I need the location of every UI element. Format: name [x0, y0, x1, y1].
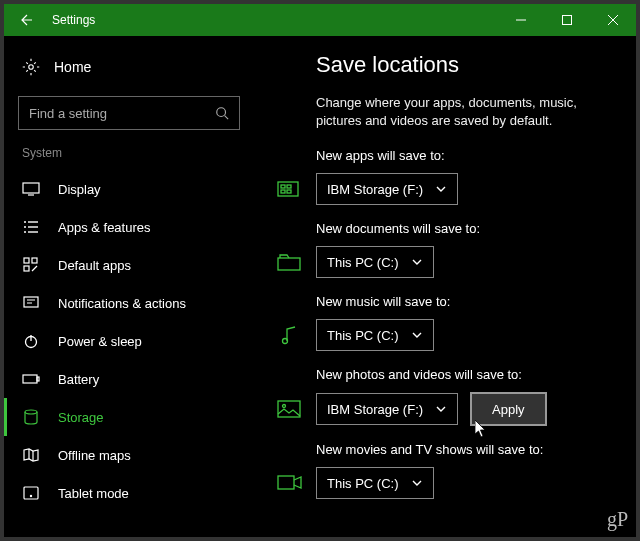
- battery-icon: [22, 370, 40, 388]
- map-icon: [22, 446, 40, 464]
- svg-rect-15: [24, 258, 29, 263]
- svg-rect-23: [37, 377, 39, 381]
- sidebar-item-apps[interactable]: Apps & features: [4, 208, 254, 246]
- svg-point-4: [29, 65, 34, 70]
- storage-icon: [22, 408, 40, 426]
- svg-rect-33: [287, 190, 291, 193]
- home-label: Home: [54, 59, 91, 75]
- gear-icon: [22, 58, 40, 76]
- sidebar-item-label: Power & sleep: [58, 334, 142, 349]
- chevron-down-icon: [435, 403, 447, 415]
- sidebar-item-label: Notifications & actions: [58, 296, 186, 311]
- svg-rect-30: [281, 185, 285, 188]
- setting-documents: New documents will save to: This PC (C:): [316, 221, 608, 278]
- sidebar-item-default-apps[interactable]: Default apps: [4, 246, 254, 284]
- sidebar-item-label: Default apps: [58, 258, 131, 273]
- setting-movies: New movies and TV shows will save to: Th…: [316, 442, 608, 499]
- power-icon: [22, 332, 40, 350]
- back-arrow-icon: [18, 12, 34, 28]
- window-title: Settings: [52, 13, 95, 27]
- page-description: Change where your apps, documents, music…: [316, 94, 608, 130]
- svg-rect-1: [563, 16, 572, 25]
- chevron-down-icon: [411, 329, 423, 341]
- search-icon: [215, 106, 229, 120]
- back-button[interactable]: [4, 4, 48, 36]
- photos-drive-icon: [276, 398, 304, 420]
- sidebar-item-display[interactable]: Display: [4, 170, 254, 208]
- sidebar: Home Find a setting System Display Apps …: [4, 36, 254, 537]
- music-drive-icon: [276, 324, 304, 346]
- movies-drive-icon: [276, 472, 304, 494]
- setting-label: New music will save to:: [316, 294, 608, 309]
- maximize-button[interactable]: [544, 4, 590, 36]
- dropdown-value: This PC (C:): [327, 476, 399, 491]
- sidebar-item-label: Offline maps: [58, 448, 131, 463]
- svg-rect-34: [278, 258, 300, 270]
- svg-point-37: [283, 405, 286, 408]
- svg-line-6: [225, 116, 229, 120]
- svg-point-24: [25, 410, 37, 414]
- svg-rect-16: [32, 258, 37, 263]
- svg-point-5: [217, 108, 226, 117]
- svg-line-18: [32, 266, 37, 271]
- display-icon: [22, 180, 40, 198]
- svg-rect-31: [287, 185, 291, 188]
- apply-label: Apply: [492, 402, 525, 417]
- sidebar-item-power[interactable]: Power & sleep: [4, 322, 254, 360]
- section-label: System: [4, 146, 254, 170]
- svg-rect-29: [278, 182, 298, 196]
- setting-label: New movies and TV shows will save to:: [316, 442, 608, 457]
- apply-button[interactable]: Apply: [470, 392, 547, 426]
- list-icon: [22, 218, 40, 236]
- sidebar-item-label: Battery: [58, 372, 99, 387]
- setting-label: New documents will save to:: [316, 221, 608, 236]
- sidebar-item-storage[interactable]: Storage: [4, 398, 254, 436]
- svg-rect-22: [23, 375, 37, 383]
- apps-location-dropdown[interactable]: IBM Storage (F:): [316, 173, 458, 205]
- setting-label: New photos and videos will save to:: [316, 367, 608, 382]
- sidebar-item-label: Display: [58, 182, 101, 197]
- apps-drive-icon: [276, 178, 304, 200]
- sidebar-item-tablet-mode[interactable]: Tablet mode: [4, 474, 254, 512]
- photos-location-dropdown[interactable]: IBM Storage (F:): [316, 393, 458, 425]
- setting-apps: New apps will save to: IBM Storage (F:): [316, 148, 608, 205]
- close-button[interactable]: [590, 4, 636, 36]
- dropdown-value: IBM Storage (F:): [327, 402, 423, 417]
- search-input[interactable]: Find a setting: [18, 96, 240, 130]
- dropdown-value: This PC (C:): [327, 328, 399, 343]
- svg-rect-19: [24, 297, 38, 307]
- setting-music: New music will save to: This PC (C:): [316, 294, 608, 351]
- minimize-button[interactable]: [498, 4, 544, 36]
- sidebar-item-battery[interactable]: Battery: [4, 360, 254, 398]
- documents-location-dropdown[interactable]: This PC (C:): [316, 246, 434, 278]
- svg-rect-32: [281, 190, 285, 193]
- watermark: gP: [607, 508, 628, 531]
- svg-rect-38: [278, 476, 294, 489]
- page-title: Save locations: [316, 52, 608, 78]
- setting-label: New apps will save to:: [316, 148, 608, 163]
- sidebar-item-label: Apps & features: [58, 220, 151, 235]
- chevron-down-icon: [435, 183, 447, 195]
- window-controls: [498, 4, 636, 36]
- sidebar-item-notifications[interactable]: Notifications & actions: [4, 284, 254, 322]
- dropdown-value: This PC (C:): [327, 255, 399, 270]
- movies-location-dropdown[interactable]: This PC (C:): [316, 467, 434, 499]
- svg-point-28: [30, 495, 31, 496]
- sidebar-item-offline-maps[interactable]: Offline maps: [4, 436, 254, 474]
- home-button[interactable]: Home: [4, 50, 254, 84]
- svg-rect-7: [23, 183, 39, 193]
- content-panel: Save locations Change where your apps, d…: [254, 36, 636, 537]
- documents-drive-icon: [276, 251, 304, 273]
- sidebar-item-label: Tablet mode: [58, 486, 129, 501]
- tablet-icon: [22, 484, 40, 502]
- grid-icon: [22, 256, 40, 274]
- titlebar: Settings: [4, 4, 636, 36]
- sidebar-item-label: Storage: [58, 410, 104, 425]
- chevron-down-icon: [411, 256, 423, 268]
- setting-photos: New photos and videos will save to: IBM …: [316, 367, 608, 426]
- svg-rect-36: [278, 401, 300, 417]
- svg-rect-17: [24, 266, 29, 271]
- notifications-icon: [22, 294, 40, 312]
- dropdown-value: IBM Storage (F:): [327, 182, 423, 197]
- music-location-dropdown[interactable]: This PC (C:): [316, 319, 434, 351]
